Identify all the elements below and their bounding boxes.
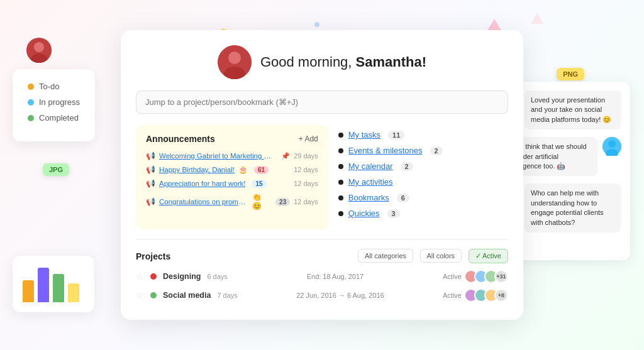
svg-point-1: [34, 42, 44, 52]
ann-days-2: 12 days: [294, 166, 318, 173]
ql-dot: [338, 148, 343, 153]
main-container: To-do In progress Completed JPG PNG: [0, 0, 644, 350]
ann-link-1[interactable]: Welcoming Gabriel to Marketing Preachers…: [159, 152, 272, 160]
chat-avatar-2: [602, 137, 621, 156]
project-status-1: Active: [443, 273, 462, 280]
ql-count-1: 11: [388, 131, 404, 139]
star-icon-1[interactable]: ☆: [136, 271, 144, 282]
quicklink-item: My calendar 2: [338, 161, 508, 171]
project-name-1[interactable]: Designing: [163, 272, 201, 281]
ql-link-3[interactable]: My calendar: [348, 161, 393, 171]
megaphone-icon: 📢: [146, 179, 155, 188]
ql-dot: [338, 164, 343, 169]
ql-count-5: 6: [397, 194, 409, 202]
ql-link-2[interactable]: Events & milestones: [348, 146, 423, 155]
deco-triangle-2: [531, 13, 543, 24]
ql-count-3: 2: [401, 162, 413, 171]
pin-icon: 📌: [281, 152, 290, 160]
project-days-2: 7 days: [217, 292, 237, 299]
proj-avatar-more-1: +31: [494, 270, 508, 283]
filter-active[interactable]: ✓ Active: [469, 249, 508, 263]
announcement-item: 📢 Appreciation for hard work! 15 12 days: [146, 179, 318, 188]
projects-filters: All categories All colors ✓ Active: [354, 249, 508, 263]
filter-all-categories[interactable]: All categories: [358, 249, 413, 263]
ann-link-3[interactable]: Appreciation for hard work!: [159, 180, 245, 187]
announcements-card: Announcements + Add 📢 Welcoming Gabriel …: [136, 125, 328, 229]
ann-badge-2: 61: [254, 166, 269, 174]
ql-dot: [338, 180, 343, 185]
ann-link-2[interactable]: Happy Birthday, Danial!: [159, 166, 235, 173]
todo-dot: [28, 84, 34, 90]
announcement-item: 📢 Happy Birthday, Danial! 🎂 61 12 days: [146, 165, 318, 174]
greeting-text: Good morning, Samantha!: [260, 54, 426, 70]
project-color-dot-1: [150, 273, 157, 280]
quicklink-item: Quickies 3: [338, 209, 508, 218]
quicklink-item: Bookmarks 6: [338, 193, 508, 202]
svg-point-4: [228, 52, 241, 64]
ql-count-6: 3: [387, 209, 400, 218]
legend-card: To-do In progress Completed: [13, 69, 95, 141]
announcement-item: 📢 Congratulations on promotion! 👏😊 23 12…: [146, 193, 318, 211]
proj-avatar-more-2: +8: [494, 288, 508, 302]
ann-days-1: 29 days: [294, 152, 318, 160]
add-announcement-button[interactable]: + Add: [299, 134, 318, 143]
user-avatar[interactable]: [218, 45, 252, 79]
inprogress-dot: [28, 99, 34, 106]
project-date-1: End: 18 Aug, 2017: [234, 273, 436, 280]
ann-days-3: 12 days: [294, 180, 318, 187]
bar-3: [53, 274, 64, 302]
projects-section: Projects All categories All colors ✓ Act…: [136, 239, 508, 302]
project-row: ☆ Designing 6 days End: 18 Aug, 2017 Act…: [136, 270, 508, 283]
quicklink-item: My tasks 11: [338, 130, 508, 139]
content-grid: Announcements + Add 📢 Welcoming Gabriel …: [136, 125, 508, 229]
project-status-2: Active: [443, 292, 462, 299]
ann-badge-4: 23: [275, 198, 290, 206]
quicklink-item: My activities: [338, 177, 508, 187]
dashboard-header: Good morning, Samantha!: [136, 45, 508, 79]
megaphone-icon: 📢: [146, 151, 155, 160]
quicklink-item: Events & milestones 2: [338, 146, 508, 155]
projects-header: Projects All categories All colors ✓ Act…: [136, 249, 508, 263]
project-date-2: 22 Jun, 2016 → 6 Aug, 2016: [244, 292, 436, 299]
project-days-1: 6 days: [207, 273, 227, 280]
quicklinks-card: My tasks 11 Events & milestones 2 My cal…: [338, 125, 508, 229]
top-left-avatar[interactable]: [26, 38, 52, 63]
bar-2: [38, 268, 49, 302]
legend-item-todo: To-do: [28, 82, 80, 91]
ql-count-2: 2: [430, 146, 443, 155]
projects-title: Projects: [136, 251, 170, 261]
bar-1: [23, 280, 34, 302]
ann-badge-3: 15: [252, 180, 266, 188]
ql-link-6[interactable]: Quickies: [348, 209, 380, 218]
ql-dot: [338, 133, 343, 138]
announcements-title: Announcements: [146, 134, 215, 144]
ql-link-1[interactable]: My tasks: [348, 130, 380, 139]
search-input[interactable]: [136, 90, 508, 114]
project-avatars-2: +8: [468, 288, 508, 302]
legend-item-completed: Completed: [28, 113, 80, 123]
project-color-dot-2: [150, 292, 157, 298]
megaphone-icon: 📢: [146, 165, 155, 174]
bar-4: [68, 283, 79, 302]
announcements-header: Announcements + Add: [146, 134, 318, 144]
deco-dot-3: [314, 22, 319, 27]
project-row: ☆ Social media 7 days 22 Jun, 2016 → 6 A…: [136, 288, 508, 302]
project-avatars-1: +31: [468, 270, 508, 283]
ql-link-5[interactable]: Bookmarks: [348, 193, 389, 202]
star-icon-2[interactable]: ☆: [136, 290, 144, 300]
ql-dot: [338, 195, 343, 200]
project-name-2[interactable]: Social media: [163, 291, 211, 300]
filter-all-colors[interactable]: All colors: [420, 249, 462, 263]
png-badge: PNG: [557, 68, 584, 80]
chart-card: [13, 256, 94, 312]
ql-dot: [338, 211, 343, 216]
chat-bubble-3: Who can help me with understanding how t…: [525, 183, 621, 232]
megaphone-icon: 📢: [146, 197, 155, 206]
announcement-item: 📢 Welcoming Gabriel to Marketing Preache…: [146, 151, 318, 160]
legend-item-inprogress: In progress: [28, 97, 80, 107]
dashboard-card: Good morning, Samantha! Announcements + …: [121, 30, 523, 320]
ann-link-4[interactable]: Congratulations on promotion!: [159, 198, 248, 205]
svg-point-10: [608, 140, 616, 148]
completed-dot: [28, 115, 34, 121]
ql-link-4[interactable]: My activities: [348, 177, 393, 187]
